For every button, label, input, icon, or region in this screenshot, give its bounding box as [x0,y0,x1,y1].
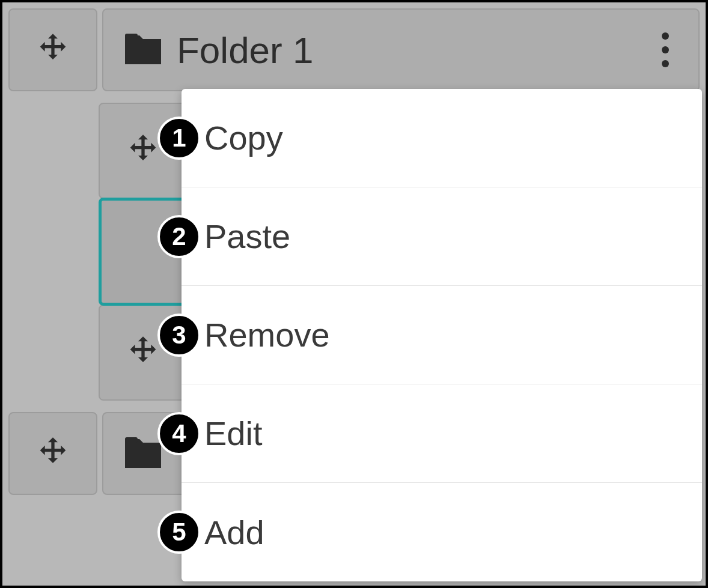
menu-item-add[interactable]: 5 Add [182,483,702,581]
menu-item-label: Copy [204,118,283,157]
drag-handle[interactable] [8,412,97,495]
move-icon [34,31,72,69]
folder-icon [121,28,165,71]
badge-icon: 2 [157,215,201,258]
menu-item-paste[interactable]: 2 Paste [182,187,702,286]
context-menu: 1 Copy 2 Paste 3 Remove 4 Edit 5 Add [182,89,702,581]
menu-item-remove[interactable]: 3 Remove [182,286,702,384]
drag-handle[interactable] [8,8,97,91]
menu-item-label: Paste [204,217,290,256]
badge-icon: 5 [157,511,201,554]
tree-row-folder-1: Folder 1 [8,8,700,91]
move-icon [124,132,162,170]
move-icon [34,434,72,473]
svg-rect-0 [125,34,138,39]
menu-item-label: Edit [204,414,263,453]
menu-item-edit[interactable]: 4 Edit [182,384,702,483]
badge-icon: 1 [157,117,201,160]
menu-item-label: Remove [204,315,330,354]
badge-icon: 4 [157,412,201,455]
folder-cell[interactable]: Folder 1 [102,8,700,91]
menu-item-label: Add [204,513,264,552]
move-icon [124,333,162,372]
folder-title: Folder 1 [177,29,650,71]
svg-rect-1 [125,437,138,443]
menu-item-copy[interactable]: 1 Copy [182,89,702,187]
badge-icon: 3 [157,314,201,357]
more-button[interactable] [650,29,680,71]
